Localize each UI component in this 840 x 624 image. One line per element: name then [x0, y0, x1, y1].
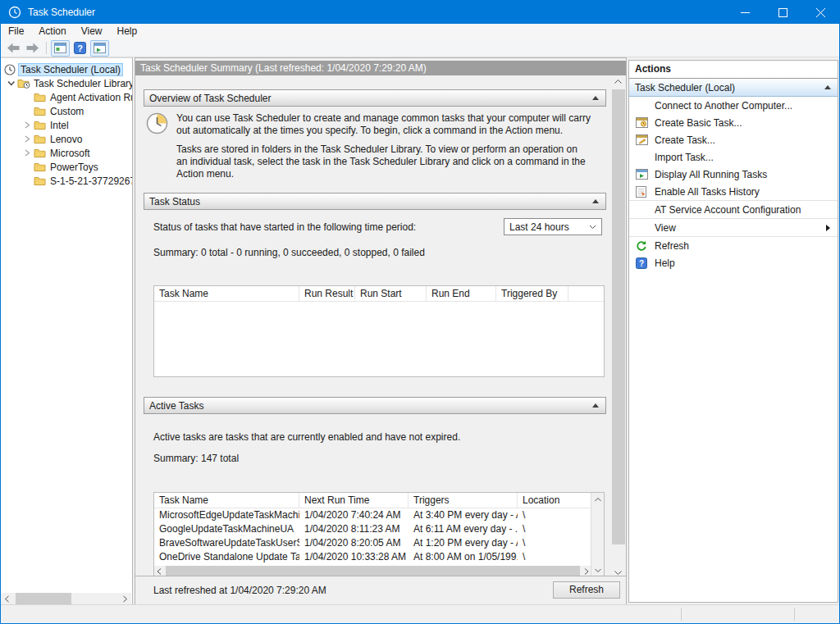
- tree-item-label: Microsoft: [48, 148, 92, 159]
- column-header-run-end[interactable]: Run End: [427, 286, 496, 301]
- console-tree: Task Scheduler (Local)Task Scheduler Lib…: [1, 58, 132, 188]
- column-header-run-result[interactable]: Run Result: [299, 286, 355, 301]
- active-task-row[interactable]: OneDrive Standalone Update Task-...1/04/…: [154, 550, 591, 564]
- menu-help[interactable]: Help: [110, 24, 145, 39]
- active-task-row[interactable]: GoogleUpdateTaskMachineUA1/04/2020 8:11:…: [154, 522, 591, 536]
- column-header-task-name[interactable]: Task Name: [154, 493, 299, 508]
- task-status-table[interactable]: Task NameRun ResultRun StartRun EndTrigg…: [153, 285, 605, 377]
- action-display-all-running-tasks[interactable]: Display All Running Tasks: [629, 166, 838, 183]
- cell: 1/04/2020 7:40:24 AM: [299, 508, 409, 522]
- cell: \: [518, 550, 591, 564]
- submenu-arrow-icon: [826, 225, 830, 231]
- action-create-task[interactable]: Create Task...: [629, 131, 838, 148]
- status-bar-divider: [794, 608, 795, 621]
- task-status-section-header[interactable]: Task Status: [144, 193, 606, 210]
- active-tasks-table[interactable]: Task NameNext Run TimeTriggersLocation M…: [153, 492, 605, 577]
- cell: BraveSoftwareUpdateTaskUserS-1-...: [154, 536, 299, 550]
- tasks-history-icon: [636, 186, 655, 198]
- action-import-task[interactable]: Import Task...: [629, 148, 838, 166]
- tree-item-task-scheduler-local[interactable]: Task Scheduler (Local): [1, 62, 132, 76]
- task-scheduler-window: Task Scheduler File Action View Help ? T…: [0, 0, 840, 624]
- menu-view[interactable]: View: [74, 24, 110, 39]
- tree-item-lenovo[interactable]: Lenovo: [1, 132, 132, 146]
- show-action-pane-button[interactable]: [90, 40, 109, 57]
- actions-list: Connect to Another Computer...Create Bas…: [629, 97, 838, 271]
- active-task-row[interactable]: BraveSoftwareUpdateTaskUserS-1-...1/04/2…: [154, 536, 591, 550]
- tree-horizontal-scrollbar[interactable]: [1, 593, 131, 605]
- tree-scroll-thumb[interactable]: [16, 593, 71, 605]
- tree-item-agent-activation-runt[interactable]: Agent Activation Runt: [1, 90, 132, 104]
- action-view[interactable]: View: [629, 219, 838, 236]
- scroll-up-icon[interactable]: [591, 493, 604, 505]
- tree-item-task-scheduler-library[interactable]: Task Scheduler Library: [1, 76, 132, 90]
- clock-icon: [4, 64, 19, 75]
- status-bar-divider: [681, 608, 682, 621]
- close-button[interactable]: [801, 1, 839, 24]
- actions-group-title: Task Scheduler (Local): [629, 82, 824, 93]
- scroll-right-icon[interactable]: [119, 593, 131, 605]
- tree-item-custom[interactable]: Custom: [1, 104, 132, 118]
- forward-button[interactable]: [24, 41, 42, 56]
- cell: At 6:11 AM every day - ...: [409, 522, 518, 536]
- action-label: AT Service Account Configuration: [655, 204, 838, 216]
- tree-item-powertoys[interactable]: PowerToys: [1, 160, 132, 174]
- column-header-location[interactable]: Location: [518, 493, 586, 508]
- tree-item-s-1-5-21-3772926790[interactable]: S-1-5-21-3772926790-: [1, 174, 132, 188]
- menu-action[interactable]: Action: [31, 24, 73, 39]
- column-header-triggered-by[interactable]: Triggered By: [496, 286, 568, 301]
- action-refresh[interactable]: Refresh: [629, 237, 838, 254]
- expand-chevron-icon[interactable]: [21, 135, 34, 143]
- help-button[interactable]: ?: [71, 41, 89, 56]
- display-running-tasks-icon: [636, 169, 655, 180]
- action-enable-all-tasks-history[interactable]: Enable All Tasks History: [629, 183, 838, 200]
- cell: 1/04/2020 8:11:23 AM: [299, 522, 409, 536]
- summary-pane-title: Task Scheduler Summary (Last refreshed: …: [135, 61, 626, 75]
- scroll-down-icon[interactable]: [591, 564, 604, 576]
- refresh-button[interactable]: Refresh: [553, 581, 620, 599]
- tree-item-microsoft[interactable]: Microsoft: [1, 146, 132, 160]
- overview-section-header[interactable]: Overview of Task Scheduler: [144, 89, 606, 107]
- cell: GoogleUpdateTaskMachineUA: [154, 522, 299, 536]
- collapse-overview-icon[interactable]: [592, 96, 599, 100]
- active-tasks-vertical-scrollbar[interactable]: [591, 493, 604, 576]
- summary-vertical-scrollbar[interactable]: [612, 75, 625, 579]
- action-connect-to-another-computer[interactable]: Connect to Another Computer...: [629, 97, 838, 114]
- maximize-button[interactable]: [764, 1, 801, 24]
- scroll-up-icon[interactable]: [612, 75, 624, 88]
- cell: At 1:20 PM every day - A...: [409, 536, 518, 550]
- expand-chevron-icon[interactable]: [21, 149, 34, 157]
- time-period-select[interactable]: Last 24 hours: [504, 218, 602, 235]
- cell: At 3:40 PM every day - A...: [409, 508, 518, 522]
- action-create-basic-task[interactable]: Create Basic Task...: [629, 114, 838, 131]
- active-task-row[interactable]: MicrosoftEdgeUpdateTaskMachine...1/04/20…: [154, 508, 591, 522]
- folder-icon: [34, 134, 48, 144]
- expand-chevron-icon[interactable]: [21, 121, 34, 129]
- action-help[interactable]: ?Help: [629, 254, 838, 271]
- active-tasks-section-header[interactable]: Active Tasks: [144, 397, 606, 414]
- column-header-run-start[interactable]: Run Start: [355, 286, 427, 301]
- collapse-task-status-icon[interactable]: [592, 199, 599, 203]
- action-label: Display All Running Tasks: [655, 169, 838, 180]
- show-console-tree-button[interactable]: [51, 40, 70, 57]
- active-tasks-table-header: Task NameNext Run TimeTriggersLocation: [154, 493, 591, 508]
- folder-icon: [34, 175, 48, 186]
- action-label: View: [655, 222, 826, 234]
- actions-group-header[interactable]: Task Scheduler (Local): [629, 79, 838, 97]
- collapse-chevron-icon[interactable]: [4, 80, 17, 87]
- summary-pane: Task Scheduler Summary (Last refreshed: …: [135, 57, 627, 605]
- collapse-actions-group-icon[interactable]: [824, 85, 831, 89]
- cell: \: [518, 536, 591, 550]
- menu-file[interactable]: File: [1, 24, 31, 39]
- column-header-task-name[interactable]: Task Name: [154, 286, 299, 301]
- minimize-button[interactable]: [726, 1, 764, 24]
- tree-item-intel[interactable]: Intel: [1, 118, 132, 132]
- action-at-service-account-configuration[interactable]: AT Service Account Configuration: [629, 201, 838, 218]
- column-header-next-run-time[interactable]: Next Run Time: [299, 493, 409, 508]
- summary-scroll-thumb[interactable]: [612, 89, 625, 544]
- collapse-active-tasks-icon[interactable]: [592, 403, 599, 408]
- back-button[interactable]: [4, 41, 22, 56]
- help-icon: ?: [636, 257, 655, 269]
- summary-footer: Last refreshed at 1/04/2020 7:29:20 AM R…: [135, 576, 626, 604]
- column-header-triggers[interactable]: Triggers: [409, 493, 518, 508]
- scroll-left-icon[interactable]: [1, 593, 13, 605]
